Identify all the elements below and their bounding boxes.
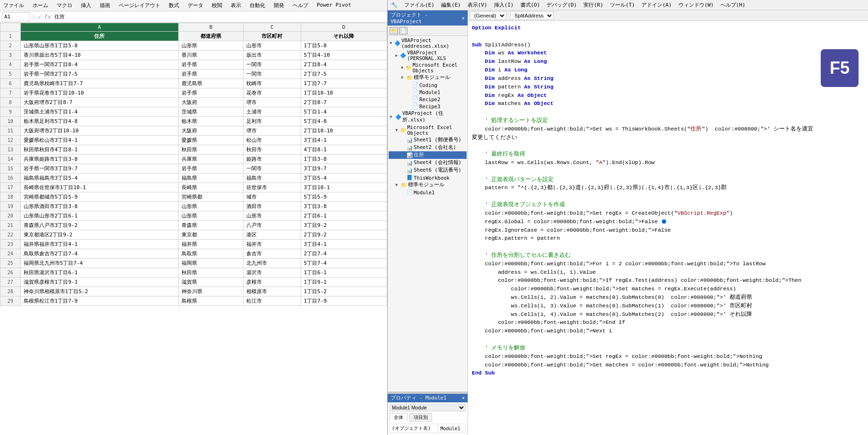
cell-r20-c3[interactable]: 山形市	[243, 211, 301, 221]
cell-r26-c1[interactable]: 秋田県湯沢市1丁目6-1	[20, 268, 178, 278]
cell-r22-c1[interactable]: 東京都港区2丁目9-2	[20, 230, 178, 240]
cell-r2-c1[interactable]: 山形県山形市1丁目5-8	[20, 41, 178, 51]
cell-r5-c2[interactable]: 岩手県	[179, 70, 243, 79]
tree-vbaproject-address[interactable]: ▼ 🔷 VBAProject (住所.xlsx)	[389, 110, 467, 124]
proj-btn-2[interactable]: 📄	[399, 27, 408, 35]
cell-r28-c2[interactable]: 神奈川県	[179, 287, 243, 296]
cell-r16-c3[interactable]: 福島市	[243, 174, 301, 183]
tree-module1b[interactable]: 📄 Module1	[389, 189, 467, 196]
menu-view[interactable]: 表示	[229, 1, 243, 10]
tree-ms-excel-objects-2[interactable]: ▼ 📁 Microsoft Excel Objects	[389, 124, 467, 136]
proj-btn-1[interactable]: 📁	[390, 27, 398, 35]
cell-r15-c1[interactable]: 岩手県一関市3丁目9-7	[20, 164, 178, 174]
cell-r2-c3[interactable]: 山形市	[243, 41, 301, 51]
cell-r2-c2[interactable]: 山形県	[179, 41, 243, 51]
cell-r27-c4[interactable]: 1丁目9-1	[301, 278, 387, 287]
col-header-c[interactable]: C	[243, 23, 301, 32]
menu-file[interactable]: ファイル	[2, 1, 26, 10]
cell-r6-c3[interactable]: 枕崎市	[243, 79, 301, 88]
tree-ms-excel-objects-1[interactable]: ▼ 📁 Microsoft Excel Objects	[389, 61, 467, 74]
cell-r20-c1[interactable]: 山形県山形市2丁目6-1	[20, 211, 178, 221]
vba-menu-tools[interactable]: ツール(T)	[608, 1, 636, 9]
tab-item[interactable]: 項目別	[409, 413, 432, 422]
cell-r23-c2[interactable]: 福井県	[179, 240, 243, 249]
cell-r12-c2[interactable]: 愛媛県	[179, 136, 243, 145]
vba-menu-file[interactable]: ファイル(E)	[403, 1, 436, 9]
cell-r12-c1[interactable]: 愛媛県松山市3丁目4-1	[20, 136, 178, 145]
cell-r4-c1[interactable]: 岩手県一関市2丁目8-4	[20, 60, 178, 70]
cell-r11-c4[interactable]: 2丁目10-10	[301, 126, 387, 136]
cell-r21-c1[interactable]: 青森県八戸市3丁目9-2	[20, 221, 178, 230]
cell-r8-c1[interactable]: 大阪府堺市2丁目8-7	[20, 98, 178, 107]
vba-menu-help[interactable]: ヘルプ(H)	[719, 1, 747, 9]
cell-r21-c2[interactable]: 青森県	[179, 221, 243, 230]
vba-menu-format[interactable]: 書式(O)	[519, 1, 542, 9]
cell-r13-c4[interactable]: 4丁目8-1	[301, 145, 387, 155]
cell-r5-c3[interactable]: 一関市	[243, 70, 301, 79]
cell-r7-c4[interactable]: 1丁目10-10	[301, 88, 387, 98]
vba-menu-edit[interactable]: 編集(E)	[440, 1, 462, 9]
menu-pagelayout[interactable]: ページレイアウト	[117, 1, 162, 10]
cell-r28-c1[interactable]: 神奈川県相模原市1丁目5-2	[20, 287, 178, 296]
tree-vbaproject-personal[interactable]: ▶ 🔷 VBAProject (PERSONAL.XLS	[389, 49, 467, 61]
cell-r18-c2[interactable]: 宮崎県都	[179, 192, 243, 202]
menu-dev[interactable]: 開発	[272, 1, 286, 10]
cell-r24-c1[interactable]: 鳥取県倉吉市2丁目7-4	[20, 249, 178, 259]
tree-standard-module-1[interactable]: ▼ 📁 標準モジュール	[389, 74, 467, 81]
cell-r14-c1[interactable]: 兵庫県姫路市1丁目3-8	[20, 155, 178, 164]
cell-r19-c3[interactable]: 酒田市	[243, 202, 301, 211]
cell-r3-c4[interactable]: 5丁目4-10	[301, 51, 387, 60]
col-header-b[interactable]: B	[179, 23, 243, 32]
cell-r19-c4[interactable]: 3丁目3-8	[301, 202, 387, 211]
cell-r21-c4[interactable]: 3丁目9-2	[301, 221, 387, 230]
prop-value-cell[interactable]: Module1	[438, 424, 466, 433]
cell-r17-c1[interactable]: 長崎県佐世保市1丁目10-1	[20, 183, 178, 192]
splitaddress-selector[interactable]: SplitAddress	[510, 11, 554, 20]
cell-r6-c4[interactable]: 1丁目7-7	[301, 79, 387, 88]
menu-home[interactable]: ホーム	[31, 1, 50, 10]
cell-r18-c3[interactable]: 城市	[243, 192, 301, 202]
general-selector[interactable]: (General)	[470, 11, 506, 20]
tree-module1[interactable]: 📄 Module1	[389, 88, 467, 96]
cell-r10-c3[interactable]: 足利市	[243, 117, 301, 126]
cell-r15-c4[interactable]: 3丁目9-7	[301, 164, 387, 174]
cell-r23-c1[interactable]: 福井県福井市3丁目4-1	[20, 240, 178, 249]
menu-automate[interactable]: 自動化	[248, 1, 267, 10]
tree-standard-module-2[interactable]: ▼ 📁 標準モジュール	[389, 181, 467, 189]
cell-r17-c4[interactable]: 3丁目10-1	[301, 183, 387, 192]
cell-r20-c2[interactable]: 山形県	[179, 211, 243, 221]
cell-r14-c3[interactable]: 姫路市	[243, 155, 301, 164]
cell-r8-c3[interactable]: 堺市	[243, 98, 301, 107]
col-header-d[interactable]: D	[301, 23, 387, 32]
cell-r19-c2[interactable]: 山形県	[179, 202, 243, 211]
cell-r29-c3[interactable]: 松江市	[243, 296, 301, 306]
cell-r15-c3[interactable]: 一関市	[243, 164, 301, 174]
cell-r3-c2[interactable]: 香川県	[179, 51, 243, 60]
cell-r4-c3[interactable]: 一関市	[243, 60, 301, 70]
vba-menu-debug[interactable]: デバッグ(D)	[545, 1, 578, 9]
tree-sheet4[interactable]: 📊 Sheet4 (会社情報)	[389, 159, 467, 166]
cell-r27-c1[interactable]: 滋賀県彦根市1丁目9-1	[20, 278, 178, 287]
menu-review[interactable]: 校閲	[210, 1, 224, 10]
cell-r24-c3[interactable]: 倉吉市	[243, 249, 301, 259]
cell-r24-c4[interactable]: 2丁目7-4	[301, 249, 387, 259]
cell-r16-c1[interactable]: 福島県福島市3丁目5-4	[20, 174, 178, 183]
cell-r23-c3[interactable]: 福井市	[243, 240, 301, 249]
cell-r12-c4[interactable]: 3丁目4-1	[301, 136, 387, 145]
tree-sheet6[interactable]: 📊 Sheet6 (電話番号)	[389, 166, 467, 174]
cell-r26-c3[interactable]: 湯沢市	[243, 268, 301, 278]
cell-r13-c1[interactable]: 秋田県秋田市4丁目8-1	[20, 145, 178, 155]
cell-r5-c1[interactable]: 岩手県一関市2丁目7-5	[20, 70, 178, 79]
cell-r27-c2[interactable]: 滋賀県	[179, 278, 243, 287]
code-editor[interactable]: Option Explicit Sub SplitAddress() Dim w…	[468, 21, 868, 435]
menu-insert[interactable]: 挿入	[79, 1, 93, 10]
vba-menu-addin[interactable]: アドイン(A)	[640, 1, 673, 9]
cell-r14-c2[interactable]: 兵庫県	[179, 155, 243, 164]
col-header-a[interactable]: A	[20, 23, 178, 32]
tree-recipe3[interactable]: 📄 Recipe3	[389, 103, 467, 110]
cell-r13-c2[interactable]: 秋田県	[179, 145, 243, 155]
cell-r22-c3[interactable]: 港区	[243, 230, 301, 240]
cell-r22-c4[interactable]: 2丁目9-2	[301, 230, 387, 240]
cell-r25-c2[interactable]: 福岡県	[179, 259, 243, 268]
cell-r8-c4[interactable]: 2丁目8-7	[301, 98, 387, 107]
